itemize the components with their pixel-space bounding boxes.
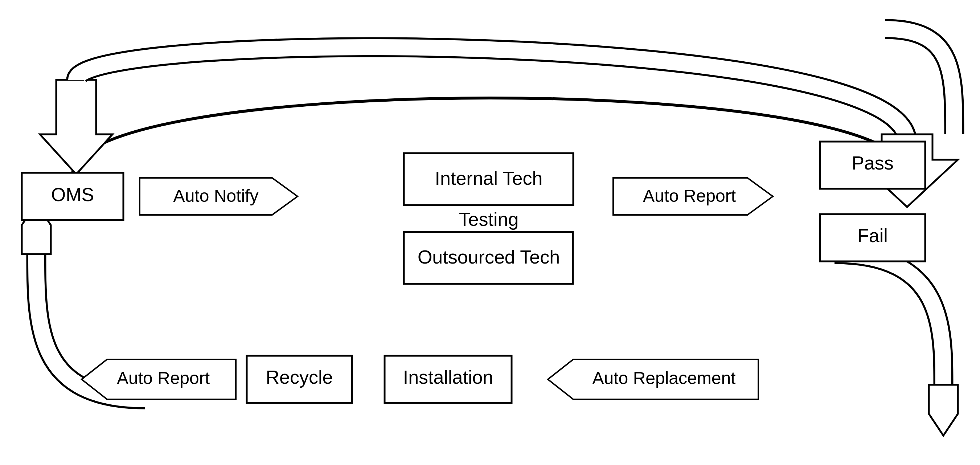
installation-label: Installation: [403, 366, 493, 388]
pass-label: Pass: [851, 153, 894, 174]
outsourced-tech-label: Outsourced Tech: [418, 247, 560, 268]
internal-tech-label: Internal Tech: [435, 168, 543, 189]
diagram-container: OMS Auto Notify Internal Tech Testing Ou…: [0, 0, 980, 465]
auto-report-bottom-label: Auto Report: [117, 368, 210, 388]
oms-label: OMS: [51, 184, 94, 205]
svg-marker-1: [40, 80, 113, 174]
auto-report-top-label: Auto Report: [643, 186, 736, 205]
svg-marker-4: [929, 385, 958, 436]
auto-notify-label: Auto Notify: [173, 186, 259, 205]
testing-label: Testing: [459, 209, 519, 230]
recycle-label: Recycle: [266, 366, 333, 388]
auto-replacement-label: Auto Replacement: [592, 368, 736, 388]
fail-label: Fail: [858, 225, 888, 246]
